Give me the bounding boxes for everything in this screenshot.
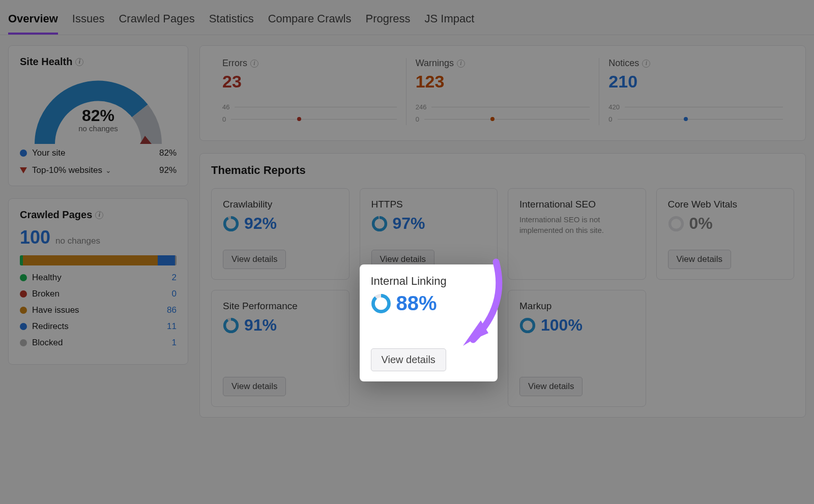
info-icon[interactable]: i	[75, 58, 83, 66]
view-details-button[interactable]: View details	[668, 250, 731, 269]
sparkline-dot	[297, 117, 301, 121]
svg-point-13	[521, 319, 534, 332]
status-value: 0	[161, 289, 177, 299]
report-percent: 100%	[541, 316, 583, 335]
sparkline-dot	[684, 117, 688, 121]
status-label: Have issues	[32, 305, 79, 315]
tab-progress[interactable]: Progress	[365, 12, 410, 35]
status-row[interactable]: Have issues86	[20, 305, 177, 315]
stat-title: Errors	[222, 58, 247, 69]
svg-point-2	[225, 217, 238, 230]
status-value: 11	[161, 321, 177, 332]
legend-value: 92%	[159, 165, 177, 175]
stat-value: 123	[416, 72, 590, 92]
status-row[interactable]: Healthy2	[20, 273, 177, 283]
status-row[interactable]: Blocked1	[20, 338, 177, 348]
crawled-pages-card: Crawled Pages i 100 no changes Healthy2B…	[8, 198, 188, 365]
donut-icon	[371, 216, 388, 232]
crawled-note: no changes	[55, 236, 100, 246]
status-label: Blocked	[32, 338, 63, 348]
info-icon[interactable]: i	[250, 60, 258, 68]
issues-summary-card: Errorsi23460Warningsi1232460Noticesi2104…	[199, 45, 806, 141]
donut-icon	[223, 216, 239, 232]
svg-point-8	[225, 319, 238, 332]
segment	[175, 255, 177, 265]
info-icon[interactable]: i	[95, 211, 103, 219]
status-value: 86	[161, 305, 177, 315]
report-percent: 97%	[393, 214, 425, 233]
legend-label: Your site	[32, 148, 66, 158]
axis-label: 0	[222, 115, 226, 123]
view-details-button[interactable]: View details	[223, 377, 286, 396]
site-health-title: Site Health	[20, 56, 72, 68]
svg-point-5	[670, 217, 682, 230]
report-percent: 88%	[396, 292, 437, 315]
legend-row[interactable]: Top-10% websites⌄92%	[20, 165, 177, 175]
legend-value: 82%	[159, 148, 177, 158]
gauge-percent: 82%	[82, 106, 114, 125]
donut-icon	[371, 293, 391, 314]
report-core-web-vitals: Core Web Vitals0%View details	[656, 188, 795, 280]
report-note: International SEO is not implemented on …	[519, 214, 634, 235]
status-value: 2	[161, 273, 177, 283]
stat-warnings[interactable]: Warningsi1232460	[406, 58, 600, 125]
axis-label: 246	[416, 103, 427, 111]
tab-crawled-pages[interactable]: Crawled Pages	[119, 12, 194, 35]
report-percent: 91%	[244, 316, 277, 335]
report-title: Crawlability	[223, 199, 338, 210]
status-row[interactable]: Broken0	[20, 289, 177, 299]
tab-overview[interactable]: Overview	[8, 12, 58, 35]
axis-label: 420	[608, 103, 620, 111]
svg-point-4	[373, 217, 386, 230]
view-details-button[interactable]: View details	[223, 250, 286, 269]
dot-icon	[20, 290, 27, 298]
report-title: Core Web Vitals	[668, 199, 783, 210]
chevron-down-icon[interactable]: ⌄	[105, 166, 111, 174]
svg-point-10	[373, 295, 389, 311]
nav-tabs: OverviewIssuesCrawled PagesStatisticsCom…	[0, 0, 814, 35]
dot-icon	[20, 307, 27, 314]
thematic-reports-card: Thematic Reports Crawlability92%View det…	[199, 153, 806, 418]
report-title: International SEO	[519, 199, 634, 210]
sparkline-dot	[490, 117, 495, 121]
axis-label: 46	[222, 103, 229, 111]
site-health-card: Site Health i 82% no changes Your site82…	[8, 45, 188, 186]
status-row[interactable]: Redirects11	[20, 321, 177, 332]
segment	[158, 255, 175, 265]
tab-js-impact[interactable]: JS Impact	[425, 12, 475, 35]
report-internal-linking: Internal Linking88%View details	[360, 264, 498, 381]
status-label: Healthy	[32, 273, 62, 283]
thematic-title: Thematic Reports	[211, 164, 794, 177]
segment	[23, 255, 158, 265]
legend-label: Top-10% websites	[32, 165, 102, 175]
crawled-title: Crawled Pages	[20, 209, 92, 221]
report-percent: 0%	[689, 214, 713, 233]
dot-icon	[20, 274, 27, 281]
tab-compare-crawls[interactable]: Compare Crawls	[268, 12, 352, 35]
report-site-performance: Site Performance91%View details	[211, 290, 350, 407]
stat-notices[interactable]: Noticesi2104200	[599, 58, 792, 125]
stat-value: 210	[608, 72, 783, 92]
tab-issues[interactable]: Issues	[72, 12, 105, 35]
stat-errors[interactable]: Errorsi23460	[213, 58, 406, 125]
stat-title: Notices	[608, 58, 639, 69]
report-title: Site Performance	[223, 301, 338, 312]
report-international-seo: International SEOInternational SEO is no…	[508, 188, 646, 280]
donut-icon	[668, 216, 684, 232]
donut-icon	[519, 317, 536, 334]
info-icon[interactable]: i	[642, 60, 650, 68]
dot-icon	[20, 339, 27, 346]
info-icon[interactable]: i	[457, 60, 465, 68]
crawled-segment-bar	[20, 255, 177, 265]
donut-icon	[223, 317, 239, 334]
crawled-total: 100	[20, 227, 50, 248]
status-label: Redirects	[32, 321, 69, 332]
tab-statistics[interactable]: Statistics	[209, 12, 254, 35]
view-details-button[interactable]: View details	[371, 348, 446, 371]
dot-icon	[20, 150, 27, 157]
triangle-down-icon	[20, 167, 27, 173]
report-title: Markup	[519, 301, 634, 312]
status-label: Broken	[32, 289, 60, 299]
view-details-button[interactable]: View details	[519, 377, 583, 396]
status-value: 1	[161, 338, 177, 348]
